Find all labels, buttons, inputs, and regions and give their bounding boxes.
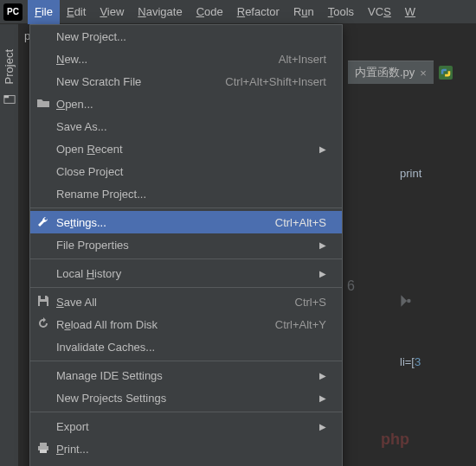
menu-item-label: Export	[56, 420, 89, 433]
submenu-arrow-icon: ▶	[319, 269, 326, 278]
menu-item-label: New Projects Settings	[56, 392, 166, 405]
file-menu-item-save-as[interactable]: Save As...	[30, 115, 342, 137]
wrench-icon	[35, 214, 51, 231]
submenu-arrow-icon: ▶	[319, 240, 326, 250]
menu-item-label: Print...	[56, 443, 89, 456]
reload-icon	[35, 316, 51, 333]
svg-rect-6	[40, 443, 47, 446]
menubar: PC File Edit View Navigate Code Refactor…	[0, 0, 476, 24]
file-menu-item-close-project[interactable]: Close Project	[30, 160, 342, 182]
menu-item-label: Save All	[56, 296, 97, 309]
submenu-arrow-icon: ▶	[319, 144, 326, 154]
shortcut-label: Ctrl+S	[295, 296, 326, 309]
file-menu-item-reload-all-from-disk[interactable]: Reload All from DiskCtrl+Alt+Y	[30, 313, 342, 335]
shortcut-label: Alt+Insert	[279, 53, 326, 66]
menu-refactor[interactable]: Refactor	[230, 0, 286, 24]
file-menu-item-save-all[interactable]: Save AllCtrl+S	[30, 290, 342, 313]
file-menu-item-manage-ide-settings[interactable]: Manage IDE Settings▶	[30, 364, 342, 386]
file-menu-item-local-history[interactable]: Local History▶	[30, 262, 342, 284]
menu-file[interactable]: File	[28, 0, 60, 24]
shortcut-label: Ctrl+Alt+Shift+Insert	[225, 75, 326, 88]
menu-item-label: Invalidate Caches...	[56, 341, 155, 354]
submenu-arrow-icon: ▶	[319, 393, 326, 403]
python-icon	[439, 66, 453, 80]
file-menu-item-invalidate-caches[interactable]: Invalidate Caches...	[30, 335, 342, 358]
menu-item-label: Manage IDE Settings	[56, 369, 163, 382]
svg-rect-7	[40, 450, 47, 453]
file-menu-item-export[interactable]: Export▶	[30, 415, 342, 437]
file-menu-item-new-projects-settings[interactable]: New Projects Settings▶	[30, 386, 342, 409]
editor-tab[interactable]: 内置函数.py ×	[348, 61, 434, 84]
file-menu-item-file-properties[interactable]: File Properties▶	[30, 233, 342, 256]
close-icon[interactable]: ×	[420, 67, 427, 80]
menu-item-label: New Scratch File	[56, 75, 141, 88]
project-icon	[3, 93, 16, 105]
svg-point-2	[407, 299, 411, 303]
editor-tabs: 内置函数.py ×	[348, 61, 453, 84]
file-menu-item-open[interactable]: Open...	[30, 93, 342, 115]
fold-icon[interactable]	[398, 293, 414, 309]
file-menu-item-print[interactable]: Print...	[30, 437, 342, 460]
menu-item-label: Close Project	[56, 165, 123, 178]
file-menu-item-new[interactable]: New...Alt+Insert	[30, 48, 342, 70]
menu-item-label: Reload All from Disk	[56, 318, 158, 331]
menu-item-label: Open...	[56, 98, 93, 111]
project-tool-label[interactable]: Project	[3, 46, 16, 87]
menu-item-label: New Project...	[56, 30, 126, 43]
file-menu-item-add-to-favorites[interactable]: Add to Favorites▶	[30, 460, 342, 466]
menu-item-label: Settings...	[56, 216, 106, 229]
editor[interactable]: print 6 li=[3 print print print #---- # …	[400, 86, 425, 466]
menu-vcs[interactable]: VCS	[361, 0, 398, 24]
file-menu-item-new-project[interactable]: New Project...	[30, 25, 342, 48]
file-menu-item-new-scratch-file[interactable]: New Scratch FileCtrl+Alt+Shift+Insert	[30, 70, 342, 93]
file-menu-item-rename-project[interactable]: Rename Project...	[30, 182, 342, 205]
svg-rect-1	[4, 96, 9, 99]
app-icon: PC	[3, 3, 23, 21]
menu-item-label: Rename Project...	[56, 188, 146, 201]
menu-item-label: Local History	[56, 267, 121, 280]
folder-icon	[35, 96, 51, 112]
menu-navigate[interactable]: Navigate	[131, 0, 189, 24]
watermark: php	[381, 431, 409, 449]
project-tool-stripe: Project	[0, 24, 19, 466]
submenu-arrow-icon: ▶	[319, 371, 326, 380]
svg-rect-4	[40, 302, 47, 306]
menu-item-label: Open Recent	[56, 143, 123, 156]
svg-rect-3	[41, 296, 45, 299]
menu-view[interactable]: View	[93, 0, 131, 24]
submenu-arrow-icon: ▶	[319, 422, 326, 431]
save-icon	[35, 294, 51, 310]
shortcut-label: Ctrl+Alt+Y	[275, 318, 326, 331]
menu-item-label: Save As...	[56, 120, 107, 133]
menu-edit[interactable]: Edit	[60, 0, 93, 24]
print-icon	[35, 441, 51, 457]
file-menu-item-settings[interactable]: Settings...Ctrl+Alt+S	[30, 211, 342, 233]
menu-window[interactable]: W	[398, 0, 422, 24]
menu-code[interactable]: Code	[190, 0, 230, 24]
menu-tools[interactable]: Tools	[321, 0, 361, 24]
menu-run[interactable]: Run	[286, 0, 321, 24]
tab-label: 内置函数.py	[355, 65, 415, 80]
menu-item-label: New...	[56, 53, 87, 66]
shortcut-label: Ctrl+Alt+S	[275, 216, 326, 229]
menu-item-label: File Properties	[56, 239, 129, 252]
file-menu-item-open-recent[interactable]: Open Recent▶	[30, 137, 342, 160]
file-menu-dropdown: New Project...New...Alt+InsertNew Scratc…	[29, 24, 343, 466]
